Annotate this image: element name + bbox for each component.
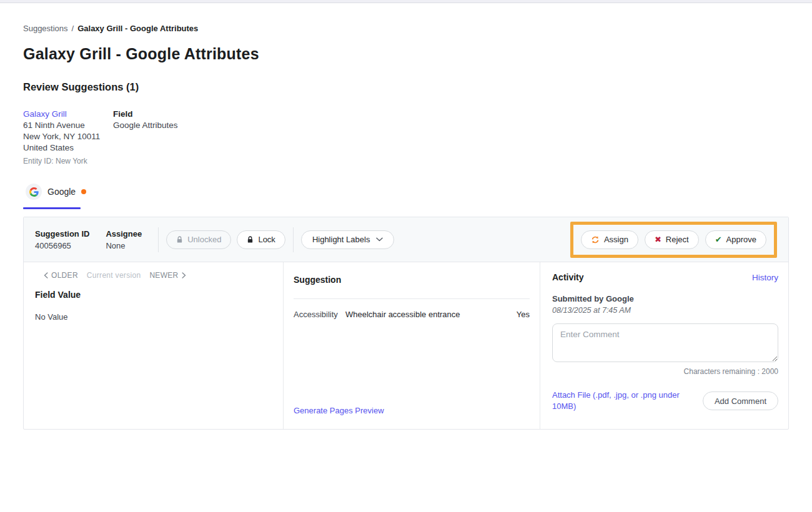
- approve-button-label: Approve: [726, 235, 756, 244]
- chevron-right-icon: [182, 272, 186, 278]
- field-value-content: No Value: [35, 312, 272, 322]
- review-suggestions-heading: Review Suggestions (1): [23, 81, 789, 93]
- suggestion-toolbar: Suggestion ID 40056965 Assignee None Unl…: [24, 217, 788, 262]
- google-logo-icon: [26, 184, 42, 200]
- entity-address-line2: New York, NY 10011: [23, 131, 113, 142]
- lock-button[interactable]: Lock: [237, 230, 285, 249]
- assignee-value: None: [106, 241, 142, 250]
- assignee-block: Assignee None: [106, 229, 142, 250]
- add-comment-button[interactable]: Add Comment: [703, 391, 778, 410]
- breadcrumb-separator: /: [72, 24, 74, 33]
- history-link[interactable]: History: [752, 273, 778, 282]
- entity-address-line3: United States: [23, 142, 113, 154]
- field-details: Field Google Attributes: [113, 109, 178, 165]
- publisher-tab-bar: Google: [23, 184, 789, 209]
- entity-details: Galaxy Grill 61 Ninth Avenue New York, N…: [23, 109, 113, 165]
- main-content: Suggestions / Galaxy Grill - Google Attr…: [0, 24, 812, 430]
- assign-button[interactable]: Assign: [581, 230, 638, 249]
- suggestion-row: Accessibility Wheelchair accessible entr…: [294, 310, 530, 319]
- newer-label: NEWER: [149, 271, 178, 280]
- entity-address-line1: 61 Ninth Avenue: [23, 120, 113, 131]
- browser-edge-strip: [0, 0, 812, 3]
- field-value: Google Attributes: [113, 120, 178, 131]
- reject-button-label: Reject: [666, 235, 689, 244]
- tab-google-label: Google: [47, 187, 76, 197]
- reject-button[interactable]: ✖ Reject: [645, 230, 699, 249]
- activity-panel: Activity History Submitted by Google 08/…: [540, 262, 788, 429]
- lock-icon: [176, 236, 183, 244]
- activity-footer: Attach File (.pdf, .jpg, or .png under 1…: [552, 390, 778, 412]
- suggestion-id-label: Suggestion ID: [35, 229, 89, 239]
- lock-button-label: Lock: [258, 235, 275, 244]
- submitted-by: Submitted by Google: [552, 294, 778, 303]
- submitted-timestamp: 08/13/2025 at 7:45 AM: [552, 306, 778, 315]
- suggestion-card-body: OLDER Current version NEWER Field Value …: [24, 262, 788, 429]
- comment-input[interactable]: [552, 323, 778, 362]
- approve-check-icon: ✔: [715, 235, 722, 244]
- spacer: [294, 319, 530, 406]
- suggestion-value: Yes: [517, 310, 530, 319]
- breadcrumb-current: Galaxy Grill - Google Attributes: [77, 24, 198, 33]
- suggestion-attribute: Wheelchair accessible entrance: [345, 310, 460, 319]
- toolbar-divider: [158, 227, 159, 252]
- field-label: Field: [113, 109, 178, 120]
- unlocked-button-label: Unlocked: [187, 235, 221, 244]
- suggestion-card: Suggestion ID 40056965 Assignee None Unl…: [23, 217, 789, 430]
- suggestion-id-block: Suggestion ID 40056965: [35, 229, 89, 250]
- active-tab-underline: [23, 207, 81, 209]
- page-title: Galaxy Grill - Google Attributes: [23, 45, 789, 63]
- lock-icon: [247, 236, 254, 244]
- older-version-button[interactable]: OLDER: [44, 271, 78, 280]
- older-label: OLDER: [51, 271, 78, 280]
- activity-heading: Activity: [552, 272, 584, 282]
- suggestion-id-value: 40056965: [35, 241, 89, 250]
- chevron-left-icon: [44, 272, 48, 278]
- annotation-highlight-box: Assign ✖ Reject ✔ Approve: [570, 222, 777, 258]
- chevron-down-icon: [376, 237, 383, 242]
- entity-info-row: Galaxy Grill 61 Ninth Avenue New York, N…: [23, 109, 789, 165]
- field-value-panel: OLDER Current version NEWER Field Value …: [24, 262, 283, 429]
- current-version-label: Current version: [87, 271, 141, 280]
- entity-name-link[interactable]: Galaxy Grill: [23, 109, 113, 120]
- toolbar-divider: [293, 227, 294, 252]
- assign-cycle-icon: [591, 235, 600, 244]
- highlight-labels-dropdown[interactable]: Highlight Labels: [301, 230, 395, 249]
- version-navigation: OLDER Current version NEWER: [35, 271, 272, 280]
- suggestion-heading: Suggestion: [294, 275, 530, 285]
- newer-version-button[interactable]: NEWER: [149, 271, 186, 280]
- tab-google[interactable]: Google: [23, 184, 89, 207]
- characters-remaining: Characters remaining : 2000: [552, 367, 778, 376]
- highlight-labels-label: Highlight Labels: [312, 235, 370, 244]
- assignee-label: Assignee: [106, 229, 142, 239]
- reject-x-icon: ✖: [655, 235, 661, 244]
- suggestion-divider: [294, 298, 530, 299]
- field-value-heading: Field Value: [35, 290, 272, 300]
- breadcrumb-suggestions-link[interactable]: Suggestions: [23, 24, 68, 33]
- breadcrumb: Suggestions / Galaxy Grill - Google Attr…: [23, 24, 789, 33]
- suggestion-panel: Suggestion Accessibility Wheelchair acce…: [283, 262, 540, 429]
- pending-alert-dot-icon: [81, 189, 86, 194]
- suggestion-field-name: Accessibility: [294, 310, 345, 319]
- unlocked-button[interactable]: Unlocked: [166, 230, 231, 249]
- activity-header: Activity History: [552, 272, 778, 282]
- approve-button[interactable]: ✔ Approve: [705, 230, 766, 249]
- generate-pages-preview-link[interactable]: Generate Pages Preview: [294, 406, 530, 415]
- attach-file-link[interactable]: Attach File (.pdf, .jpg, or .png under 1…: [552, 390, 685, 412]
- entity-id: Entity ID: New York: [23, 157, 113, 165]
- assign-button-label: Assign: [604, 235, 628, 244]
